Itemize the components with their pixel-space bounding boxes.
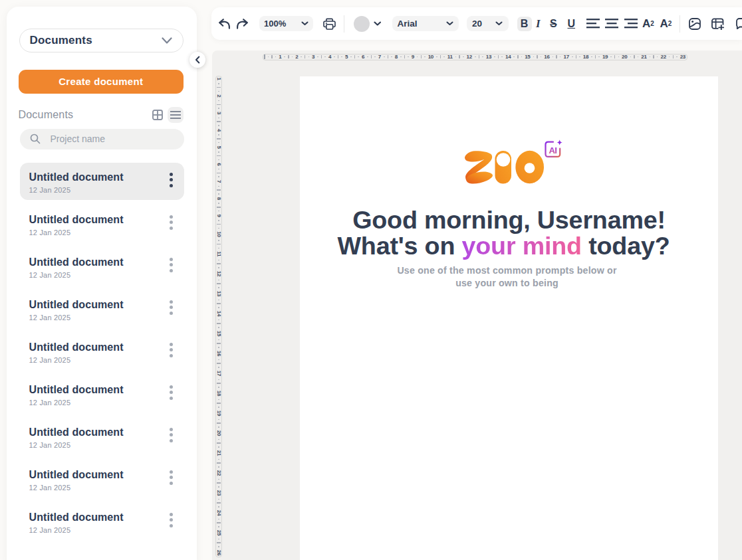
svg-text:AI: AI <box>549 145 557 155</box>
